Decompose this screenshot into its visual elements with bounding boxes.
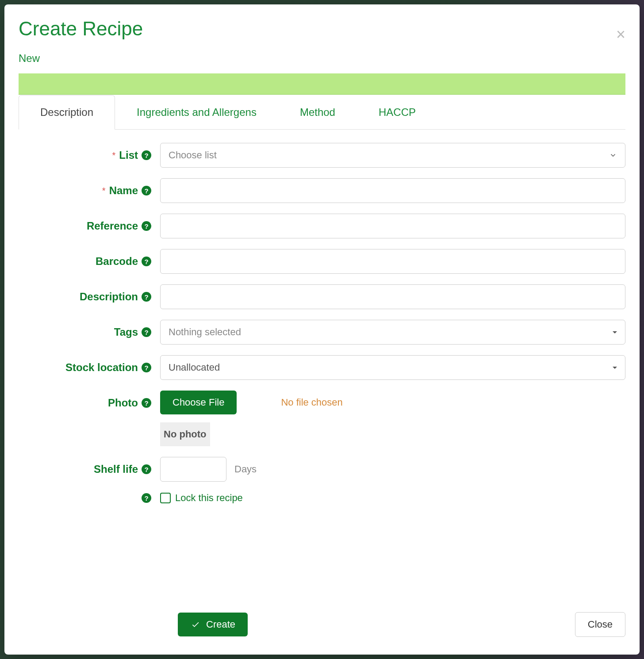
name-input[interactable] (160, 178, 625, 203)
create-button[interactable]: Create (178, 613, 248, 636)
shelf-life-unit: Days (234, 464, 257, 475)
help-icon[interactable]: ? (142, 464, 151, 474)
check-icon (190, 620, 201, 629)
label-barcode-text: Barcode (96, 255, 138, 268)
label-lock: ? (19, 493, 160, 503)
lock-checkbox[interactable] (160, 493, 171, 503)
caret-down-icon (613, 331, 617, 333)
label-stock-location-text: Stock location (65, 361, 138, 374)
modal-footer: Create Close (4, 612, 640, 655)
create-button-label: Create (206, 619, 235, 630)
file-row: Choose File No file chosen (160, 391, 625, 414)
label-photo-text: Photo (108, 397, 138, 409)
caret-down-icon (613, 367, 617, 369)
row-lock: ? Lock this recipe (19, 492, 625, 504)
reference-input[interactable] (160, 214, 625, 238)
form-body: * List ? Choose list * Name ? (4, 130, 640, 612)
stock-location-select[interactable]: Unallocated (160, 355, 625, 380)
tab-haccp[interactable]: HACCP (357, 95, 437, 130)
modal-header: Create Recipe New × (4, 4, 640, 73)
tags-select[interactable]: Nothing selected (160, 320, 625, 345)
help-icon[interactable]: ? (142, 221, 151, 231)
label-tags: Tags ? (19, 326, 160, 338)
chevron-down-icon (609, 151, 617, 159)
help-icon[interactable]: ? (142, 150, 151, 160)
help-icon[interactable]: ? (142, 398, 151, 408)
create-recipe-modal: Create Recipe New × Description Ingredie… (4, 4, 640, 655)
lock-checkbox-label: Lock this recipe (175, 492, 243, 504)
help-icon[interactable]: ? (142, 327, 151, 337)
label-reference: Reference ? (19, 220, 160, 232)
label-list-text: List (119, 149, 138, 161)
label-shelf-life-text: Shelf life (94, 463, 138, 475)
label-photo: Photo ? (19, 391, 160, 409)
description-input[interactable] (160, 284, 625, 309)
lock-checkbox-wrap: Lock this recipe (160, 492, 625, 504)
modal-subtitle: New (19, 52, 625, 65)
list-select-placeholder: Choose list (169, 149, 217, 161)
row-photo: Photo ? Choose File No file chosen No ph… (19, 391, 625, 446)
label-barcode: Barcode ? (19, 255, 160, 268)
help-icon[interactable]: ? (142, 493, 151, 503)
row-stock-location: Stock location ? Unallocated (19, 355, 625, 380)
required-indicator: * (112, 150, 116, 161)
help-icon[interactable]: ? (142, 292, 151, 302)
row-shelf-life: Shelf life ? Days (19, 457, 625, 482)
choose-file-button[interactable]: Choose File (160, 391, 237, 414)
modal-title: Create Recipe (19, 18, 625, 40)
tab-list: Description Ingredients and Allergens Me… (19, 95, 625, 130)
row-reference: Reference ? (19, 214, 625, 238)
row-description: Description ? (19, 284, 625, 309)
photo-preview: No photo (160, 422, 210, 446)
tab-description[interactable]: Description (19, 95, 115, 130)
row-barcode: Barcode ? (19, 249, 625, 274)
stock-location-value: Unallocated (169, 362, 220, 373)
row-tags: Tags ? Nothing selected (19, 320, 625, 345)
tags-select-placeholder: Nothing selected (169, 326, 241, 338)
required-indicator: * (102, 186, 106, 196)
label-stock-location: Stock location ? (19, 361, 160, 374)
row-name: * Name ? (19, 178, 625, 203)
label-reference-text: Reference (87, 220, 138, 232)
label-list: * List ? (19, 149, 160, 161)
help-icon[interactable]: ? (142, 363, 151, 372)
label-name: * Name ? (19, 184, 160, 197)
close-icon[interactable]: × (616, 27, 625, 42)
file-status: No file chosen (281, 397, 342, 408)
close-button[interactable]: Close (575, 612, 625, 637)
help-icon[interactable]: ? (142, 257, 151, 266)
list-select[interactable]: Choose list (160, 143, 625, 168)
label-tags-text: Tags (114, 326, 138, 338)
shelf-life-input[interactable] (160, 457, 226, 482)
row-list: * List ? Choose list (19, 143, 625, 168)
label-name-text: Name (109, 184, 138, 197)
tab-ingredients-allergens[interactable]: Ingredients and Allergens (115, 95, 278, 130)
notification-bar (19, 73, 625, 95)
label-shelf-life: Shelf life ? (19, 463, 160, 475)
label-description: Description ? (19, 291, 160, 303)
barcode-input[interactable] (160, 249, 625, 274)
help-icon[interactable]: ? (142, 186, 151, 195)
tab-method[interactable]: Method (278, 95, 357, 130)
label-description-text: Description (80, 291, 138, 303)
